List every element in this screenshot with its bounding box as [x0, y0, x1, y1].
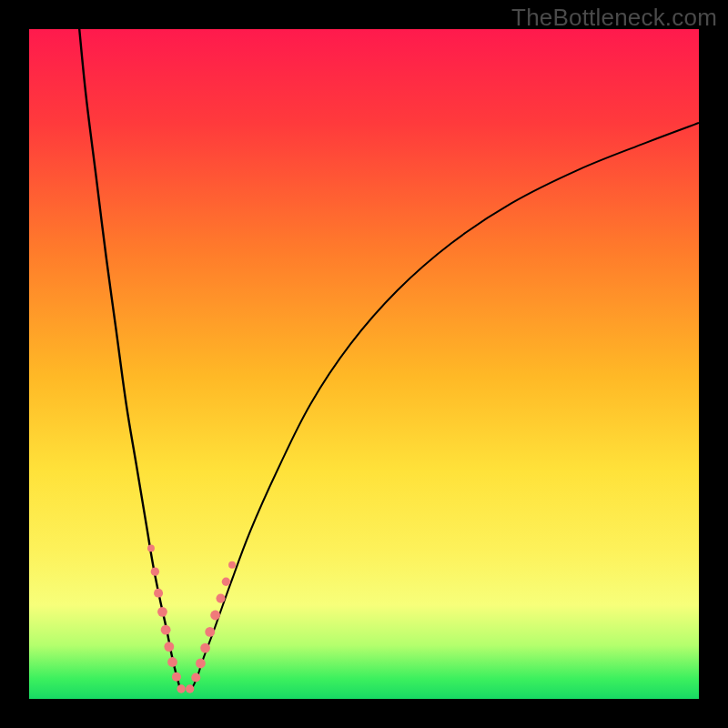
data-dot — [151, 567, 159, 575]
data-dot — [210, 611, 220, 621]
data-dot — [200, 643, 210, 653]
data-dot — [205, 627, 215, 637]
left-curve — [79, 29, 181, 693]
data-dot — [154, 589, 163, 598]
data-dot — [216, 594, 225, 603]
right-curve — [190, 123, 699, 693]
data-dot — [157, 607, 167, 617]
data-dot — [177, 684, 185, 693]
data-dot — [228, 561, 236, 569]
data-dot — [186, 684, 194, 693]
watermark-text: TheBottleneck.com — [511, 4, 717, 32]
chart-svg — [29, 29, 699, 699]
data-dot — [196, 659, 206, 669]
data-dot — [161, 625, 171, 635]
plot-area — [29, 29, 699, 699]
chart-frame: TheBottleneck.com — [0, 0, 728, 728]
data-dot — [222, 578, 230, 586]
data-dot — [147, 544, 155, 551]
data-dot — [172, 672, 181, 682]
data-dot — [167, 657, 177, 667]
data-dot — [191, 672, 200, 682]
data-dot — [164, 642, 174, 652]
data-dots — [147, 544, 236, 693]
